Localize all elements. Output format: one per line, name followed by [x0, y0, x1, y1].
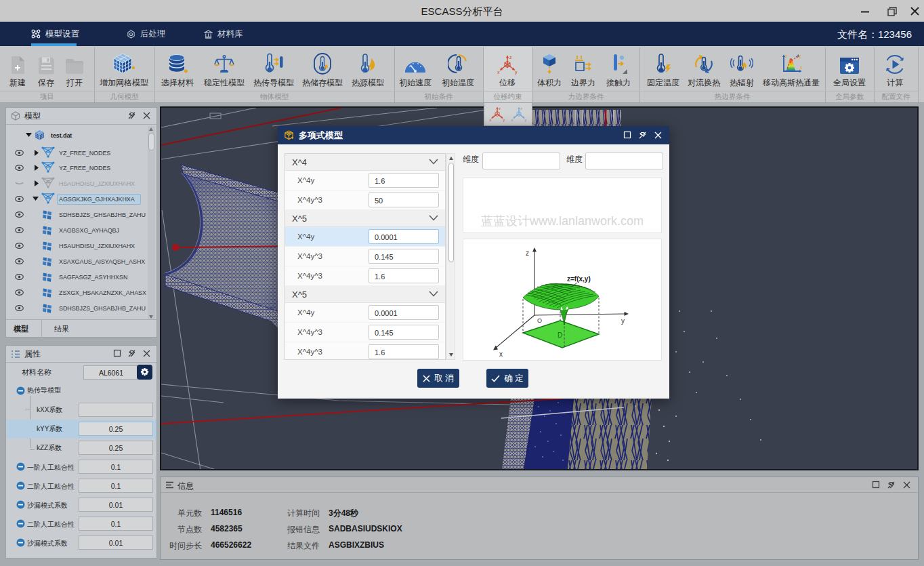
svg-text:x: x — [497, 70, 500, 75]
svg-text:y: y — [515, 70, 518, 75]
svg-text:x: x — [511, 118, 513, 122]
svg-text:z: z — [520, 106, 522, 110]
svg-text:z: z — [526, 249, 529, 257]
svg-text:D: D — [558, 331, 562, 339]
svg-text:z: z — [499, 106, 501, 110]
svg-text:z=f(x,y): z=f(x,y) — [567, 275, 591, 283]
svg-text:y: y — [799, 54, 801, 59]
svg-text:z: z — [509, 55, 512, 60]
svg-text:y: y — [621, 317, 625, 325]
svg-text:x: x — [490, 118, 492, 122]
svg-text:x: x — [499, 350, 503, 358]
svg-text:y: y — [524, 118, 526, 122]
svg-text:x: x — [800, 65, 803, 70]
svg-text:O: O — [537, 317, 542, 324]
svg-text:y: y — [503, 118, 505, 122]
svg-text:z: z — [785, 54, 787, 58]
